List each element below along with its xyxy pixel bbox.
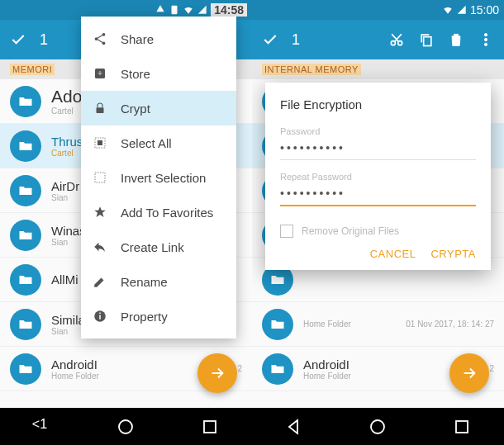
check-icon[interactable] [262, 31, 278, 48]
folder-icon [10, 130, 41, 162]
svg-rect-8 [95, 173, 105, 182]
menu-share[interactable]: Share [81, 21, 236, 56]
context-menu: Share Store Crypt Select All Invert Sele… [81, 17, 236, 338]
star-icon [93, 205, 107, 220]
nav-back[interactable]: <1 [32, 417, 52, 437]
nav-home[interactable] [116, 417, 136, 437]
svg-point-2 [95, 37, 98, 40]
invert-icon [93, 170, 107, 185]
menu-invert[interactable]: Invert Selection [81, 160, 236, 195]
signal-icon [197, 4, 208, 16]
svg-rect-11 [99, 313, 101, 315]
password-label: Password [280, 126, 476, 136]
list-item[interactable]: Home Folder01 Nov 2017, 18: 14: 27 [252, 302, 504, 347]
encrypt-dialog: File Encryption Password Repeat Password… [265, 83, 491, 270]
folder-icon [10, 220, 41, 251]
menu-crypt[interactable]: Crypt [81, 91, 236, 125]
svg-point-20 [371, 420, 384, 433]
status-time: 14:58 [211, 3, 247, 17]
menu-property[interactable]: Property [81, 299, 236, 334]
svg-rect-21 [456, 421, 468, 433]
left-pane: 14:58 1 MEMORI Adol HideCartel ThrushCar… [0, 0, 252, 408]
wifi-icon [183, 4, 194, 16]
share-icon [93, 31, 107, 46]
folder-icon [262, 353, 293, 385]
more-icon[interactable] [478, 31, 494, 48]
selection-count: 1 [292, 31, 300, 49]
folder-icon [262, 309, 293, 340]
reply-icon [93, 239, 107, 254]
svg-rect-5 [97, 107, 104, 113]
menu-rename[interactable]: Rename [81, 264, 236, 299]
nav-recent[interactable] [200, 417, 220, 437]
folder-icon [10, 264, 41, 296]
checkbox-icon [280, 225, 293, 238]
svg-point-1 [102, 33, 106, 36]
fab-next[interactable] [197, 353, 237, 393]
repeat-password-label: Repeat Password [280, 172, 476, 182]
select-all-icon [93, 135, 107, 150]
cut-icon[interactable] [388, 31, 405, 48]
svg-rect-7 [97, 140, 102, 145]
crypt-button[interactable]: CRYPTA [430, 248, 476, 260]
android-navbar: <1 [0, 408, 504, 445]
folder-icon [10, 309, 41, 340]
svg-rect-0 [172, 6, 178, 15]
lock-icon [93, 101, 107, 116]
svg-rect-10 [99, 315, 101, 320]
folder-icon [10, 353, 41, 385]
svg-point-17 [484, 43, 487, 45]
menu-create-link[interactable]: Create Link [81, 230, 236, 264]
copy-icon[interactable] [418, 31, 435, 48]
menu-store[interactable]: Store [81, 56, 236, 91]
svg-rect-19 [204, 421, 216, 433]
status-time: 15:00 [470, 3, 499, 17]
action-bar: 1 [252, 20, 504, 59]
status-bar: 15:00 [252, 0, 504, 20]
cancel-button[interactable]: CANCEL [370, 248, 416, 260]
signal-icon [456, 4, 468, 16]
folder-icon [10, 86, 41, 117]
sd-icon [169, 4, 180, 16]
wifi-icon [442, 4, 454, 16]
right-pane: 15:00 1 INTERNAL MEMORY Home Folder01 No… [252, 0, 504, 408]
nav-back[interactable] [284, 417, 304, 437]
password-input[interactable] [280, 138, 476, 160]
svg-rect-14 [424, 37, 431, 46]
repeat-password-input[interactable] [280, 183, 476, 206]
folder-icon [10, 175, 41, 206]
nav-home[interactable] [368, 417, 388, 437]
dialog-title: File Encryption [280, 97, 476, 111]
remove-original-checkbox[interactable]: Remove Original Files [280, 225, 476, 238]
svg-point-3 [102, 41, 106, 45]
svg-point-16 [484, 38, 487, 40]
svg-point-18 [119, 420, 132, 433]
menu-favorite[interactable]: Add To Favorites [81, 195, 236, 230]
pencil-icon [93, 274, 107, 289]
nav-recent[interactable] [452, 417, 472, 437]
menu-select-all[interactable]: Select All [81, 125, 236, 160]
store-icon [93, 66, 107, 81]
delete-icon[interactable] [448, 31, 464, 48]
breadcrumb[interactable]: INTERNAL MEMORY [252, 59, 504, 79]
check-icon[interactable] [10, 31, 26, 48]
selection-count: 1 [40, 31, 48, 49]
info-icon [93, 309, 107, 324]
svg-point-15 [484, 34, 487, 36]
tip-icon [155, 4, 166, 16]
fab-next[interactable] [449, 353, 489, 393]
